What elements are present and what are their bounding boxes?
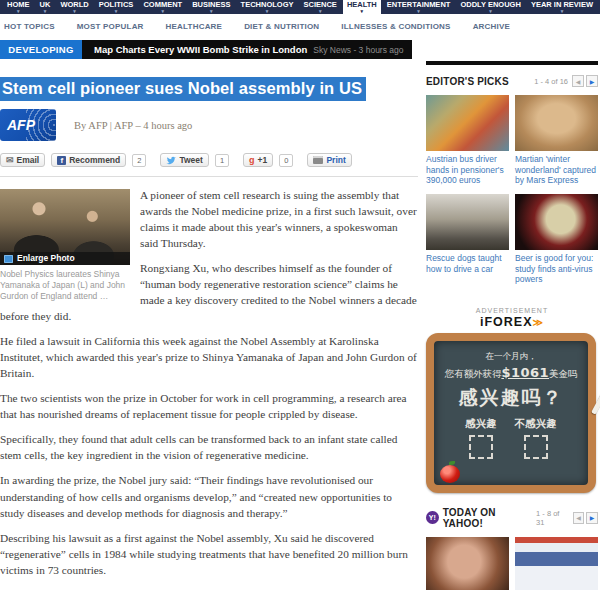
ad-question: 感兴趣吗？ bbox=[434, 385, 588, 411]
google-plus-icon: g bbox=[249, 155, 255, 165]
chevron-down-icon: ▾ bbox=[17, 9, 20, 13]
divider bbox=[0, 176, 418, 177]
chevron-down-icon: ▾ bbox=[361, 9, 364, 13]
editors-picks-next-button[interactable]: ▶ bbox=[586, 75, 598, 87]
article-paragraph: He filed a lawsuit in California this we… bbox=[0, 333, 418, 381]
email-icon: ✉ bbox=[6, 155, 14, 165]
dog-thumbnail bbox=[426, 194, 509, 250]
chevron-down-icon: ▾ bbox=[44, 9, 47, 13]
pick-driving-dogs[interactable]: Rescue dogs taught how to drive a car bbox=[426, 194, 509, 285]
pick-beer-study[interactable]: Beer is good for you: study finds anti-v… bbox=[515, 194, 598, 285]
chalk-icon bbox=[591, 389, 600, 414]
nav-item-technology[interactable]: TECHNOLOGY▾ bbox=[237, 0, 298, 14]
chevron-down-icon: ▾ bbox=[417, 9, 420, 13]
developing-source: Sky News - 3 hours ago bbox=[313, 45, 403, 55]
tweet-button[interactable]: Tweet bbox=[160, 153, 208, 167]
subnav-illnesses-conditions[interactable]: ILLNESSES & CONDITIONS bbox=[341, 22, 462, 31]
article-byline: By AFP | AFP – 4 hours ago bbox=[74, 120, 192, 131]
apple-icon bbox=[440, 465, 460, 483]
nav-item-science[interactable]: SCIENCE▾ bbox=[300, 0, 341, 14]
article-paragraph: Alleging libel and unfair competition in… bbox=[0, 587, 418, 590]
chevron-down-icon: ▾ bbox=[561, 9, 564, 13]
developing-label: DEVELOPING bbox=[0, 40, 82, 59]
print-button[interactable]: Print bbox=[307, 153, 351, 167]
subnav-hot-topics[interactable]: HOT TOPICS bbox=[4, 22, 67, 31]
afp-logo: AFP bbox=[0, 109, 56, 141]
chevron-down-icon: ▾ bbox=[115, 9, 118, 13]
ad-line2: 您有额外获得$1061美金吗 bbox=[434, 365, 588, 381]
tweet-count-badge: 1 bbox=[215, 154, 229, 167]
ad-option-interested: 感兴趣 bbox=[465, 417, 497, 459]
nav-item-health-active[interactable]: HEALTH▾ bbox=[343, 0, 381, 14]
nav-item-world[interactable]: WORLD▾ bbox=[56, 0, 92, 14]
nav-item-comment[interactable]: COMMENT▾ bbox=[139, 0, 186, 14]
developing-ticker: Map Charts Every WWII Bomb Strike in Lon… bbox=[82, 40, 412, 59]
article-figure: Enlarge Photo Nobel Physics laureates Sh… bbox=[0, 189, 130, 302]
nav-item-politics[interactable]: POLITICS▾ bbox=[95, 0, 138, 14]
article-photo[interactable]: Enlarge Photo bbox=[0, 189, 130, 265]
facebook-thumbnail bbox=[515, 537, 598, 590]
editors-picks-prev-button[interactable]: ◀ bbox=[572, 75, 584, 87]
chevron-down-icon: ▾ bbox=[319, 9, 322, 13]
beer-thumbnail bbox=[515, 194, 598, 250]
today-item-facebook[interactable]: What Facebook's privacy... bbox=[515, 537, 598, 590]
social-share-bar: ✉Email fRecommend 2 Tweet 1 g+1 0 Print bbox=[0, 153, 418, 167]
today-item-kate[interactable]: And the nation waits to... bbox=[426, 537, 509, 590]
photo-caption: Nobel Physics laureates Shinya Yamanaka … bbox=[0, 269, 130, 302]
chevron-down-icon: ▾ bbox=[489, 9, 492, 13]
article-paragraph: Describing his lawsuit as a first agains… bbox=[0, 530, 418, 578]
today-prev-button[interactable]: ◀ bbox=[573, 512, 585, 524]
today-on-yahoo-title: TODAY ON YAHOO! bbox=[443, 507, 536, 529]
subnav-healthcare[interactable]: HEALTHCARE bbox=[166, 22, 235, 31]
article-paragraph: Specifically, they found that adult cell… bbox=[0, 431, 418, 463]
email-button[interactable]: ✉Email bbox=[0, 153, 45, 167]
plusone-count-badge: 0 bbox=[279, 154, 293, 167]
advertisement-label: ADVERTISEMENT bbox=[426, 307, 598, 314]
today-on-yahoo-grid: And the nation waits to... What Facebook… bbox=[426, 537, 598, 590]
euros-thumbnail bbox=[426, 95, 509, 151]
sidebar: EDITOR'S PICKS 1 - 4 of 16 ◀ ▶ Austrian … bbox=[426, 61, 598, 590]
nav-item-entertainment[interactable]: ENTERTAINMENT▾ bbox=[383, 0, 455, 14]
ad-checkbox-yes[interactable] bbox=[469, 435, 493, 459]
editors-picks-grid: Austrian bus driver hands in pensioner's… bbox=[426, 95, 598, 285]
mars-thumbnail bbox=[515, 95, 598, 151]
chevron-down-icon: ▾ bbox=[210, 9, 213, 13]
nav-item-business[interactable]: BUSINESS▾ bbox=[188, 0, 234, 14]
ad-amount: $1061 bbox=[501, 365, 549, 380]
chevron-down-icon: ▾ bbox=[73, 9, 76, 13]
facebook-recommend-button[interactable]: fRecommend bbox=[51, 153, 126, 167]
news-page: HOME▾ UK▾ WORLD▾ POLITICS▾ COMMENT▾ BUSI… bbox=[0, 0, 600, 590]
today-pagination: 1 - 8 of 31 bbox=[536, 509, 569, 527]
subnav-archive[interactable]: ARCHIVE bbox=[473, 22, 522, 31]
article-paragraph: The two scientists won the prize in Octo… bbox=[0, 390, 418, 422]
kate-thumbnail bbox=[426, 537, 509, 590]
subnav-diet-nutrition[interactable]: DIET & NUTRITION bbox=[244, 22, 331, 31]
editors-picks-pagination: 1 - 4 of 16 bbox=[534, 77, 568, 86]
subnav-most-popular[interactable]: MOST POPULAR bbox=[77, 22, 156, 31]
printer-icon bbox=[313, 156, 323, 164]
iforex-chevrons-icon: ≫ bbox=[533, 317, 544, 328]
nav-item-uk[interactable]: UK▾ bbox=[36, 0, 55, 14]
yahoo-icon: Y! bbox=[426, 511, 439, 524]
pick-austrian-euros[interactable]: Austrian bus driver hands in pensioner's… bbox=[426, 95, 509, 186]
iforex-chalkboard-ad[interactable]: 在一个月内， 您有额外获得$1061美金吗 感兴趣吗？ 感兴趣 不感兴趣 bbox=[426, 333, 596, 493]
nav-item-home[interactable]: HOME▾ bbox=[3, 0, 34, 14]
ad-checkbox-no[interactable] bbox=[524, 435, 548, 459]
byline-row: AFP By AFP | AFP – 4 hours ago bbox=[0, 109, 418, 141]
pick-mars-express[interactable]: Martian 'winter wonderland' captured by … bbox=[515, 95, 598, 186]
google-plusone-button[interactable]: g+1 bbox=[243, 153, 273, 167]
editors-picks-header: EDITOR'S PICKS 1 - 4 of 16 ◀ ▶ bbox=[426, 75, 598, 87]
article-column: Stem cell pioneer sues Nobel assembly in… bbox=[0, 61, 418, 590]
today-on-yahoo-header: Y! TODAY ON YAHOO! 1 - 8 of 31 ◀ ▶ bbox=[426, 507, 598, 529]
top-navigation: HOME▾ UK▾ WORLD▾ POLITICS▾ COMMENT▾ BUSI… bbox=[0, 0, 600, 14]
iforex-logo[interactable]: iFOREX≫ bbox=[426, 315, 598, 329]
recommend-count-badge: 2 bbox=[132, 154, 146, 167]
developing-headline-link[interactable]: Map Charts Every WWII Bomb Strike in Lon… bbox=[94, 44, 307, 55]
secondary-navigation: HOT TOPICS MOST POPULAR HEALTHCARE DIET … bbox=[0, 14, 600, 38]
enlarge-photo-button[interactable]: Enlarge Photo bbox=[0, 252, 130, 265]
nav-item-year-in-review[interactable]: YEAR IN REVIEW▾ bbox=[527, 0, 597, 14]
chevron-down-icon: ▾ bbox=[162, 9, 165, 13]
nav-item-oddly-enough[interactable]: ODDLY ENOUGH▾ bbox=[456, 0, 524, 14]
today-next-button[interactable]: ▶ bbox=[586, 512, 598, 524]
photo-icon bbox=[4, 255, 13, 263]
